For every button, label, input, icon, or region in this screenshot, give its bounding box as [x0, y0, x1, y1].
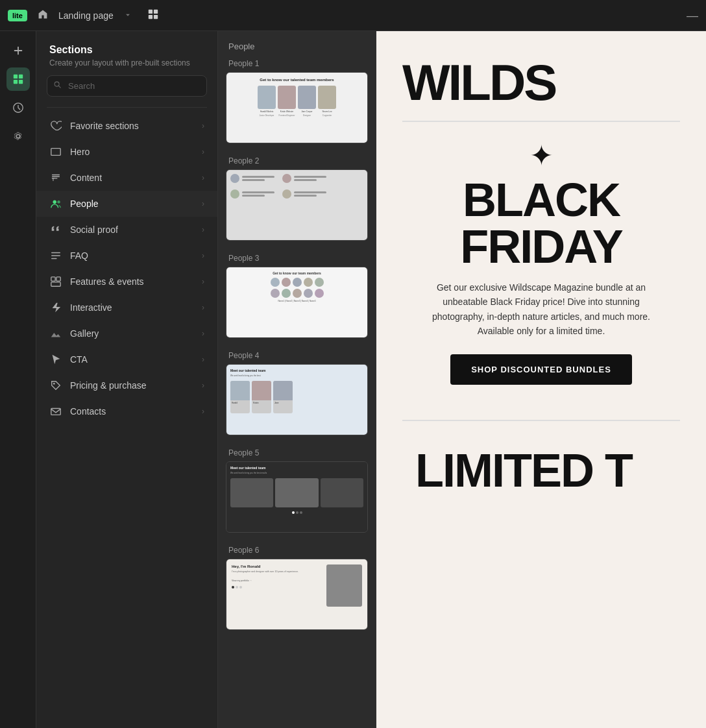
canvas-limited-title: LIMITED T: [415, 447, 667, 494]
sidebar-item-people[interactable]: People ›: [36, 191, 217, 217]
sidebar-label-people: People: [70, 199, 202, 209]
topbar: lite Landing page —: [0, 0, 706, 31]
sidebar-label-gallery: Gallery: [70, 328, 202, 339]
quote-icon: [49, 223, 62, 236]
sidebar-label-cta: CTA: [70, 354, 202, 365]
svg-rect-0: [149, 9, 152, 13]
heart-icon: [49, 119, 62, 132]
settings-button[interactable]: [6, 125, 30, 148]
chevron-right-icon-interactive: ›: [202, 303, 204, 312]
template-people-3[interactable]: People 3 Get to know our team members: [226, 254, 368, 338]
chevron-right-icon-hero: ›: [202, 147, 204, 156]
sidebar-label-contacts: Contacts: [70, 406, 202, 417]
sidebar-item-cta[interactable]: CTA ›: [36, 346, 217, 372]
svg-rect-3: [154, 14, 158, 18]
svg-rect-5: [18, 75, 22, 79]
sidebar-label-pricing: Pricing & purchase: [70, 380, 202, 391]
tag-icon: [49, 379, 62, 392]
sections-button[interactable]: [6, 67, 30, 91]
sidebar-item-interactive[interactable]: Interactive ›: [36, 295, 217, 321]
template-preview-1[interactable]: Get to know our talented team members Ha…: [226, 72, 368, 143]
sidebar-item-contacts[interactable]: Contacts ›: [36, 398, 217, 424]
design-button[interactable]: [6, 96, 30, 119]
page-title-chevron-icon: [124, 10, 132, 21]
sections-panel: Sections Create your layout with pre-bui…: [36, 31, 218, 728]
home-icon: [38, 9, 48, 22]
template-label-4: People 4: [226, 351, 368, 360]
sidebar-label-favorite: Favorite sections: [70, 121, 202, 131]
sidebar-item-hero[interactable]: Hero ›: [36, 139, 217, 165]
minimize-button[interactable]: —: [687, 10, 698, 21]
canvas-description: Get our exclusive Wildscape Magazine bun…: [418, 280, 664, 339]
sections-title: Sections: [49, 44, 204, 56]
svg-rect-16: [51, 282, 60, 286]
canvas-brand: WILDS: [402, 57, 680, 108]
template-people-4[interactable]: People 4 Meet our talented team We work …: [226, 351, 368, 435]
chevron-right-icon-cta: ›: [202, 355, 204, 364]
sidebar-label-features: Features & events: [70, 276, 202, 287]
icon-sidebar: [0, 31, 36, 728]
template-people-5[interactable]: People 5 Meet our talented team We work …: [226, 448, 368, 533]
svg-text:T: T: [52, 176, 55, 182]
template-people-2[interactable]: People 2: [226, 156, 368, 241]
sidebar-label-hero: Hero: [70, 147, 202, 157]
svg-rect-18: [51, 409, 60, 415]
add-section-button[interactable]: [6, 39, 30, 62]
svg-rect-1: [154, 9, 158, 13]
svg-rect-4: [13, 75, 17, 79]
cursor-icon: [49, 353, 62, 366]
grid-view-button[interactable]: [147, 8, 159, 23]
mountain-icon: [49, 327, 62, 340]
sidebar-item-social-proof[interactable]: Social proof ›: [36, 217, 217, 243]
features-icon: [49, 275, 62, 288]
template-preview-3[interactable]: Get to know our team members Name1 | Nam…: [226, 267, 368, 338]
svg-rect-15: [56, 277, 60, 281]
sidebar-item-faq[interactable]: FAQ ›: [36, 243, 217, 269]
sidebar-label-social-proof: Social proof: [70, 224, 202, 235]
chevron-right-icon-content: ›: [202, 173, 204, 182]
search-input[interactable]: [47, 75, 207, 97]
sidebar-item-pricing[interactable]: Pricing & purchase ›: [36, 372, 217, 398]
svg-rect-2: [149, 14, 152, 18]
people-icon: [49, 197, 62, 210]
lightning-icon: [49, 301, 62, 314]
template-preview-5[interactable]: Meet our talented team We work hard to b…: [226, 461, 368, 533]
svg-rect-10: [51, 149, 60, 156]
chevron-right-icon-people: ›: [202, 199, 204, 208]
svg-rect-14: [51, 277, 55, 281]
chevron-right-icon-faq: ›: [202, 251, 204, 260]
template-label-2: People 2: [226, 156, 368, 165]
main-canvas: WILDS ✦ BLACK FRIDAY Get our exclusive W…: [376, 31, 706, 728]
chevron-right-icon-contacts: ›: [202, 407, 204, 416]
canvas-hero-top: WILDS: [402, 57, 680, 122]
page-title[interactable]: Landing page: [58, 10, 114, 21]
template-preview-4[interactable]: Meet our talented team We work hard to b…: [226, 364, 368, 435]
canvas-star-symbol: ✦: [415, 141, 667, 170]
canvas-bf-section: ✦ BLACK FRIDAY Get our exclusive Wildsca…: [402, 122, 680, 420]
svg-point-13: [57, 200, 60, 204]
template-label-6: People 6: [226, 546, 368, 555]
template-preview-6[interactable]: Hey, I'm Ronald I'm a photographer and d…: [226, 559, 368, 630]
people-panel: People People 1 Get to know our talented…: [218, 31, 376, 728]
search-icon: [53, 80, 62, 92]
svg-point-12: [53, 200, 56, 204]
text-icon: T: [49, 171, 62, 184]
template-preview-2[interactable]: [226, 169, 368, 241]
canvas-headline: BLACK FRIDAY: [415, 176, 667, 270]
sections-search: [47, 75, 207, 97]
hero-icon: [49, 145, 62, 158]
sidebar-item-content[interactable]: T Content ›: [36, 165, 217, 191]
canvas-cta-button[interactable]: SHOP DISCOUNTED BUNDLES: [450, 354, 632, 385]
template-people-1[interactable]: People 1 Get to know our talented team m…: [226, 59, 368, 143]
sidebar-item-favorite[interactable]: Favorite sections ›: [36, 113, 217, 139]
canvas-content: WILDS ✦ BLACK FRIDAY Get our exclusive W…: [376, 31, 706, 728]
template-people-6[interactable]: People 6 Hey, I'm Ronald I'm a photograp…: [226, 546, 368, 630]
sidebar-item-features[interactable]: Features & events ›: [36, 269, 217, 295]
sidebar-item-gallery[interactable]: Gallery ›: [36, 321, 217, 346]
chevron-right-icon-pricing: ›: [202, 381, 204, 390]
chevron-right-icon: ›: [202, 121, 204, 130]
template-label-3: People 3: [226, 254, 368, 263]
sidebar-label-content: Content: [70, 173, 202, 183]
chevron-right-icon-social: ›: [202, 225, 204, 234]
chevron-right-icon-features: ›: [202, 277, 204, 286]
